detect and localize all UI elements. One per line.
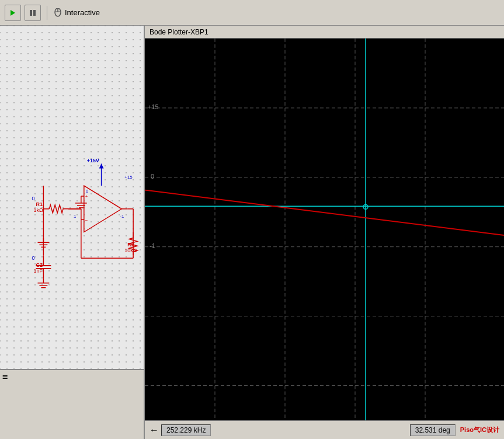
pause-button[interactable] (25, 5, 41, 21)
svg-text:+15: +15 (148, 103, 159, 110)
svg-text:1kΩ: 1kΩ (34, 207, 43, 213)
right-panel: Bode Plotter-XBP1 (145, 26, 504, 439)
svg-marker-0 (11, 10, 15, 16)
svg-text:+15: +15 (124, 175, 133, 180)
svg-text:−: − (85, 218, 88, 223)
svg-text:-1: -1 (120, 214, 124, 219)
bode-plot-area[interactable]: +15 0 -1 (145, 39, 504, 420)
interactive-mode[interactable]: Interactive (53, 8, 100, 18)
svg-text:+: + (85, 194, 88, 199)
frequency-display: 252.229 kHz (161, 424, 211, 436)
svg-text:-1: -1 (150, 242, 155, 249)
bode-title: Bode Plotter-XBP1 (150, 28, 208, 36)
bode-title-bar: Bode Plotter-XBP1 (145, 26, 504, 39)
bottom-panel: = (0, 369, 144, 439)
bode-status-bar: ← 252.229 kHz 32.531 deg Piso气IC设计 (145, 420, 504, 439)
svg-text:R1: R1 (36, 201, 43, 207)
scroll-left-button[interactable]: ← (150, 425, 159, 435)
interactive-label-text: Interactive (65, 8, 100, 17)
left-panel: 0 R1 1kΩ 0 C2 1nF (0, 26, 145, 439)
svg-rect-2 (33, 10, 36, 16)
svg-text:C2: C2 (36, 262, 43, 268)
toolbar-separator (47, 6, 47, 20)
schematic-area[interactable]: 0 R1 1kΩ 0 C2 1nF (0, 26, 144, 369)
svg-rect-1 (30, 10, 32, 16)
status-right: 32.531 deg Piso气IC设计 (410, 424, 499, 436)
svg-marker-36 (99, 163, 104, 168)
svg-text:+15V: +15V (87, 158, 99, 163)
toolbar: Interactive (0, 0, 504, 26)
mouse-icon (53, 8, 62, 18)
bode-plot-svg: +15 0 -1 (145, 39, 504, 420)
svg-text:0: 0 (86, 189, 89, 194)
svg-text:0: 0 (32, 196, 35, 201)
status-left: ← 252.229 kHz (150, 424, 211, 436)
schematic-svg: 0 R1 1kΩ 0 C2 1nF (0, 26, 144, 369)
svg-text:0: 0 (151, 173, 154, 180)
equals-symbol: = (2, 372, 8, 382)
svg-marker-28 (84, 186, 121, 232)
svg-rect-55 (145, 39, 504, 420)
watermark: Piso气IC设计 (460, 426, 499, 434)
main-layout: 0 R1 1kΩ 0 C2 1nF (0, 26, 504, 439)
svg-text:0: 0 (32, 255, 35, 261)
degree-display: 32.531 deg (410, 424, 456, 436)
play-button[interactable] (5, 5, 21, 21)
svg-text:1: 1 (74, 214, 77, 219)
